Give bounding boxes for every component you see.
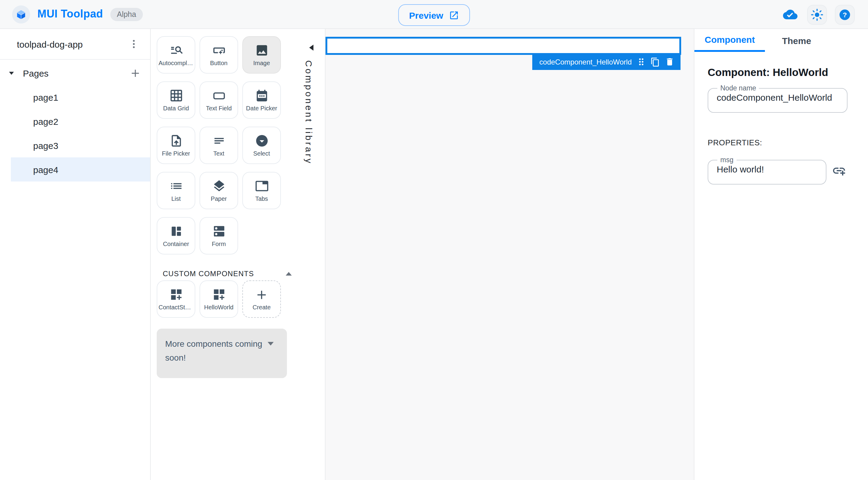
- page-item-label: page1: [33, 92, 58, 102]
- tab-theme[interactable]: Theme: [774, 29, 820, 52]
- component-tile-data-grid[interactable]: Data Grid: [157, 82, 195, 119]
- page-item-page4[interactable]: page4: [11, 157, 150, 181]
- page-list: page1 page2 page3 page4: [0, 85, 150, 181]
- page-canvas[interactable]: codeComponent_HelloWorld: [326, 29, 694, 480]
- button-icon: [212, 43, 226, 57]
- component-tile-label: Select: [253, 150, 270, 157]
- msg-input[interactable]: [715, 163, 820, 180]
- component-tile-file-picker[interactable]: File Picker: [157, 127, 195, 164]
- select-icon: [255, 134, 269, 148]
- selected-node-chip[interactable]: codeComponent_HelloWorld: [532, 54, 681, 70]
- page-item-page1[interactable]: page1: [0, 85, 150, 109]
- app-name: toolpad-dog-app: [17, 39, 126, 49]
- page-item-page2[interactable]: page2: [0, 109, 150, 133]
- component-tile-text-field[interactable]: Text Field: [199, 82, 238, 119]
- custom-component-icon: [169, 288, 183, 301]
- app-header: MUI Toolpad Alpha Preview: [0, 0, 868, 29]
- component-tile-form[interactable]: Form: [199, 217, 238, 254]
- preview-button-label: Preview: [409, 10, 443, 20]
- inspector-tabs: Component Theme: [694, 29, 868, 52]
- svg-text:?: ?: [843, 10, 847, 19]
- pages-collapse-icon[interactable]: [9, 71, 14, 74]
- cloud-done-icon: [783, 7, 798, 22]
- file-picker-icon: [169, 134, 183, 148]
- data-grid-icon: [169, 89, 183, 102]
- inspector-panel: Component Theme Component: HelloWorld No…: [694, 29, 868, 480]
- image-icon: [255, 43, 269, 57]
- page-item-label: page2: [33, 116, 58, 126]
- component-tile-label: Create: [253, 304, 271, 310]
- add-page-button[interactable]: [127, 65, 143, 81]
- bind-property-button[interactable]: [831, 163, 847, 179]
- component-tile-label: ContactSta…: [158, 304, 193, 310]
- help-icon: ?: [838, 8, 851, 21]
- trash-icon: [665, 57, 675, 67]
- component-tile-date-picker[interactable]: Date Picker: [242, 82, 281, 119]
- create-component-tile[interactable]: Create: [242, 280, 281, 318]
- component-tile-label: List: [171, 196, 181, 202]
- component-heading: Component: HelloWorld: [708, 66, 828, 79]
- help-button[interactable]: ?: [835, 4, 855, 24]
- mui-logo[interactable]: [12, 5, 30, 23]
- component-tile-label: Paper: [211, 196, 227, 202]
- plus-icon: [255, 288, 268, 301]
- app-menu-button[interactable]: [126, 36, 142, 52]
- component-tile-container[interactable]: Container: [157, 217, 195, 254]
- header-actions: ?: [782, 0, 855, 29]
- saved-status: [782, 7, 798, 22]
- alpha-badge: Alpha: [110, 7, 143, 21]
- app-title: MUI Toolpad: [37, 8, 103, 21]
- custom-component-tiles: ContactSta… HelloWorld Create: [157, 280, 281, 318]
- kebab-menu-icon: [128, 38, 139, 50]
- component-tile-label: Container: [163, 241, 189, 247]
- component-tile-text[interactable]: Text: [199, 127, 238, 164]
- component-tile-autocomplete[interactable]: Autocomplete: [157, 36, 195, 73]
- component-tile-label: File Picker: [162, 150, 190, 157]
- tab-component[interactable]: Component: [694, 29, 765, 52]
- explorer-sidebar: toolpad-dog-app Pages page1 page2: [0, 29, 151, 480]
- component-tile-label: HelloWorld: [204, 304, 233, 310]
- msg-field[interactable]: msg: [708, 156, 827, 184]
- mui-cube-icon: [15, 8, 27, 20]
- chevron-down-icon: [268, 342, 274, 346]
- delete-node-button[interactable]: [665, 57, 675, 67]
- component-tile-button[interactable]: Button: [199, 36, 238, 73]
- pages-label: Pages: [23, 68, 49, 78]
- custom-tile-helloworld[interactable]: HelloWorld: [199, 280, 238, 318]
- component-tiles: Autocomplete Button Image Data Grid: [157, 36, 281, 254]
- component-tile-list[interactable]: List: [157, 172, 195, 209]
- properties-label: PROPERTIES:: [708, 138, 762, 147]
- preview-button[interactable]: Preview: [398, 4, 470, 26]
- selected-node-label: codeComponent_HelloWorld: [539, 58, 632, 66]
- component-tile-label: Text: [213, 150, 224, 157]
- component-tile-label: Button: [210, 60, 227, 66]
- duplicate-node-button[interactable]: [650, 57, 660, 67]
- selected-component-outline[interactable]: [326, 37, 681, 55]
- custom-components-label: CUSTOM COMPONENTS: [163, 270, 286, 278]
- container-icon: [169, 224, 183, 238]
- component-tile-tabs[interactable]: Tabs: [242, 172, 281, 209]
- node-name-input[interactable]: [715, 92, 841, 108]
- component-tile-image[interactable]: Image: [242, 36, 281, 73]
- library-collapse-button[interactable]: [309, 44, 313, 51]
- tabs-icon: [255, 179, 269, 193]
- open-in-new-icon: [449, 10, 459, 20]
- page-item-page3[interactable]: page3: [0, 133, 150, 157]
- date-picker-icon: [255, 89, 269, 102]
- plus-icon: [129, 67, 141, 79]
- msg-label: msg: [717, 156, 736, 163]
- coming-soon-notice[interactable]: More components coming soon!: [157, 329, 287, 378]
- page-item-label: page3: [33, 140, 58, 150]
- component-library-panel: Autocomplete Button Image Data Grid: [151, 29, 326, 480]
- toolpad-app-window: MUI Toolpad Alpha Preview: [0, 0, 868, 480]
- collapse-up-icon[interactable]: [286, 272, 292, 276]
- node-name-field[interactable]: Node name: [708, 84, 847, 113]
- library-panel-title: Component library: [304, 60, 314, 165]
- component-tile-label: Data Grid: [163, 105, 189, 112]
- component-tile-label: Text Field: [206, 105, 232, 112]
- theme-toggle-button[interactable]: [807, 4, 827, 24]
- component-tile-paper[interactable]: Paper: [199, 172, 238, 209]
- component-tile-select[interactable]: Select: [242, 127, 281, 164]
- custom-tile-contactsta[interactable]: ContactSta…: [157, 280, 195, 318]
- drag-handle[interactable]: [637, 57, 646, 67]
